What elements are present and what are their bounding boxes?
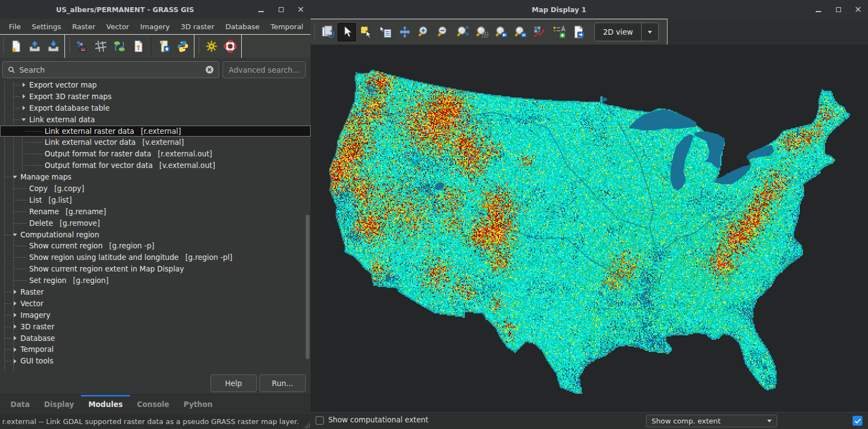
menu-database[interactable]: Database — [220, 23, 265, 31]
select-tool-button[interactable] — [357, 23, 375, 41]
statusbar-mode-dropdown[interactable]: Show comp. extent — [646, 415, 777, 427]
tree-item-output-format-for-raster-data[interactable]: Output format for raster data[r.external… — [0, 148, 311, 160]
help-lifebuoy-button[interactable] — [222, 38, 238, 55]
expand-arrow-icon[interactable] — [11, 336, 19, 340]
raster-digitizer-button[interactable] — [74, 38, 90, 55]
expand-arrow-icon[interactable] — [20, 106, 28, 110]
expand-arrow-icon[interactable] — [20, 83, 28, 87]
collapse-arrow-icon[interactable] — [20, 118, 28, 121]
map-titlebar[interactable]: Map Display 1 × — [311, 0, 868, 19]
menu-settings[interactable]: Settings — [26, 23, 67, 31]
zoom-extent-button[interactable] — [453, 23, 471, 41]
close-icon[interactable]: × — [855, 6, 861, 13]
add-overlay-button[interactable] — [550, 23, 568, 41]
collapse-arrow-icon[interactable] — [11, 233, 19, 236]
tree-item-copy[interactable]: Copy[g.copy] — [0, 183, 311, 194]
tree-item-rename[interactable]: Rename[g.rename] — [0, 206, 311, 218]
expand-arrow-icon[interactable] — [11, 347, 19, 352]
tab-data[interactable]: Data — [3, 395, 37, 414]
toolbar-grip[interactable] — [2, 38, 5, 55]
tree-item-list[interactable]: List[g.list] — [0, 194, 311, 206]
new-map-display-button[interactable] — [130, 38, 147, 55]
menu-file[interactable]: File — [3, 23, 26, 31]
expand-arrow-icon[interactable] — [11, 324, 19, 329]
tree-item-show-current-region-extent-in-map-display[interactable]: Show current region extent in Map Displa… — [0, 263, 311, 275]
main-titlebar[interactable]: US_albers/PERMANENT - GRASS GIS × — [0, 0, 311, 19]
search-input[interactable] — [2, 61, 219, 78]
auto-render-checkbox[interactable] — [853, 416, 862, 426]
analyze-map-button[interactable] — [530, 23, 549, 41]
zoom-out-button[interactable] — [434, 23, 452, 41]
pointer-tool-button[interactable] — [338, 23, 356, 41]
tree-item-manage-maps[interactable]: Manage maps — [0, 171, 311, 183]
menu-raster[interactable]: Raster — [67, 23, 101, 31]
zoom-back-button[interactable] — [492, 23, 510, 41]
tree-item-delete[interactable]: Delete[g.remove] — [0, 218, 311, 229]
minimize-icon[interactable] — [815, 6, 822, 13]
expand-arrow-icon[interactable] — [11, 301, 19, 306]
tree-item-gui-tools[interactable]: GUI tools — [0, 355, 311, 367]
tree-item-temporal[interactable]: Temporal — [0, 344, 311, 355]
tree-item-link-external-data[interactable]: Link external data — [0, 114, 311, 126]
tree-item-computational-region[interactable]: Computational region — [0, 229, 311, 241]
query-tool-button[interactable] — [376, 23, 394, 41]
run-button[interactable]: Run... — [259, 374, 306, 392]
tree-item-set-region[interactable]: Set region[g.region] — [0, 275, 311, 286]
collapse-arrow-icon[interactable] — [11, 176, 19, 178]
zoom-options-button[interactable] — [511, 23, 529, 41]
tree-item-3d-raster[interactable]: 3D raster — [0, 321, 311, 333]
tree-item-output-format-for-vector-data[interactable]: Output format for vector data[v.external… — [0, 160, 311, 171]
tree-item-vector[interactable]: Vector — [0, 298, 311, 309]
toolbar-grip[interactable] — [198, 38, 200, 55]
toolbar-grip[interactable] — [313, 24, 316, 40]
tree-item-show-current-region[interactable]: Show current region[g.region -p] — [0, 240, 311, 252]
clear-search-icon[interactable] — [205, 65, 214, 74]
expand-arrow-icon[interactable] — [11, 313, 19, 317]
menu-3d-raster[interactable]: 3D raster — [175, 23, 220, 31]
expand-arrow-icon[interactable] — [11, 359, 19, 363]
tab-console[interactable]: Console — [130, 395, 177, 414]
save-display-button[interactable] — [569, 23, 587, 41]
minimize-icon[interactable] — [258, 6, 264, 13]
show-extent-checkbox[interactable] — [316, 416, 324, 425]
tab-python[interactable]: Python — [176, 395, 220, 414]
zoom-region-button[interactable] — [473, 23, 491, 41]
resize-grip[interactable] — [302, 421, 310, 428]
view-mode-dropdown[interactable]: 2D view — [594, 23, 659, 41]
tree-item-export-3d-raster-maps[interactable]: Export 3D raster maps — [0, 91, 311, 102]
close-icon[interactable]: × — [297, 6, 304, 13]
open-workspace-button[interactable] — [26, 38, 43, 55]
advanced-search-button[interactable]: Advanced search... — [223, 61, 306, 78]
toolbar-grip[interactable] — [68, 38, 71, 55]
graphical-modeler-button[interactable] — [111, 38, 128, 55]
tab-display[interactable]: Display — [37, 395, 81, 414]
tab-modules[interactable]: Modules — [81, 395, 129, 414]
menu-temporal[interactable]: Temporal — [265, 23, 309, 31]
script-console-button[interactable] — [156, 38, 172, 55]
tree-item-link-external-raster-data[interactable]: Link external raster data[r.external] — [0, 126, 311, 137]
tree-item-imagery[interactable]: Imagery — [0, 309, 311, 321]
render-map-button[interactable] — [318, 23, 337, 41]
zoom-in-button[interactable] — [415, 23, 433, 41]
tree-item-export-vector-map[interactable]: Export vector map — [0, 82, 311, 91]
tree-item-export-database-table[interactable]: Export database table — [0, 102, 311, 114]
map-canvas[interactable] — [311, 45, 868, 412]
python-console-button[interactable] — [175, 38, 191, 55]
expand-arrow-icon[interactable] — [20, 94, 28, 99]
expand-arrow-icon[interactable] — [11, 290, 19, 294]
tree-item-raster[interactable]: Raster — [0, 286, 311, 298]
pan-tool-button[interactable] — [395, 23, 414, 41]
menu-imagery[interactable]: Imagery — [134, 23, 175, 31]
maximize-icon[interactable] — [278, 6, 284, 13]
tree-item-show-region-using-latitude-and-longitude[interactable]: Show region using latitude and longitude… — [0, 252, 311, 263]
maximize-icon[interactable] — [835, 6, 842, 13]
settings-gear-button[interactable] — [203, 38, 220, 55]
tree-item-link-external-vector-data[interactable]: Link external vector data[v.external] — [0, 137, 311, 148]
save-workspace-button[interactable] — [45, 38, 62, 55]
georectifier-button[interactable] — [93, 38, 109, 55]
new-workspace-button[interactable] — [8, 38, 24, 55]
tree-scrollbar[interactable] — [306, 215, 310, 359]
tree-item-database[interactable]: Database — [0, 333, 311, 344]
view-mode-arrow-button[interactable] — [641, 23, 658, 41]
menu-vector[interactable]: Vector — [101, 23, 134, 31]
